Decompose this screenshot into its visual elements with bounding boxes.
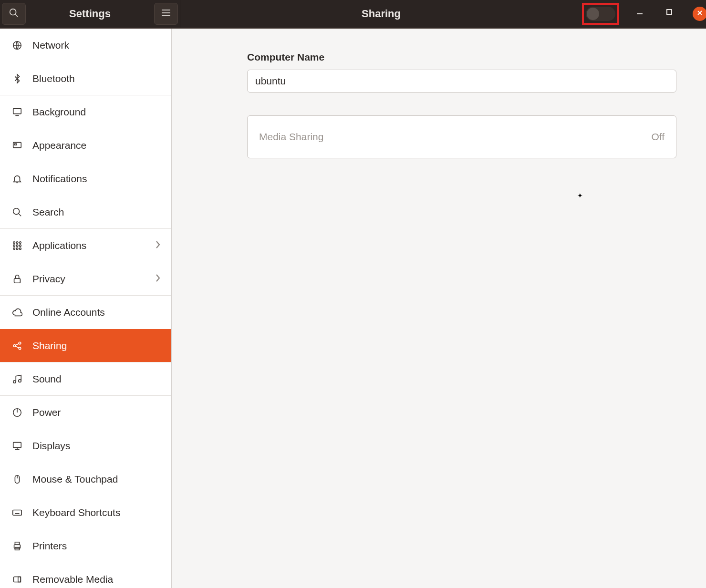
search-icon (10, 207, 24, 217)
svg-point-22 (20, 245, 21, 247)
svg-point-17 (13, 242, 15, 244)
sidebar-item-label: Sharing (32, 340, 161, 351)
sidebar-item-background[interactable]: Background (0, 95, 171, 129)
sidebar-item-notifications[interactable]: Notifications (0, 162, 171, 196)
removable-icon (10, 574, 24, 585)
sidebar-item-applications[interactable]: Applications (0, 229, 171, 262)
svg-point-20 (13, 245, 15, 247)
sidebar-item-displays[interactable]: Displays (0, 429, 171, 463)
sidebar-item-label: Notifications (32, 173, 161, 185)
svg-rect-49 (15, 547, 19, 550)
maximize-icon (666, 9, 673, 17)
mouse-icon (10, 474, 24, 485)
menu-button[interactable] (154, 3, 178, 25)
svg-rect-10 (13, 109, 21, 114)
svg-point-23 (13, 248, 15, 250)
sidebar-item-label: Background (32, 106, 161, 118)
main-panel: Computer Name Media SharingOff (172, 29, 706, 588)
computer-name-input[interactable] (247, 70, 676, 93)
sidebar-item-sound[interactable]: Sound (0, 362, 171, 396)
sidebar-item-appearance[interactable]: Appearance (0, 129, 171, 162)
page-title: Sharing (180, 8, 582, 20)
svg-line-16 (19, 214, 21, 217)
svg-point-21 (16, 245, 18, 247)
svg-point-24 (16, 248, 18, 250)
grid-icon (10, 240, 24, 251)
sidebar-item-label: Applications (32, 240, 155, 251)
svg-point-0 (10, 9, 16, 15)
sidebar-item-label: Mouse & Touchpad (32, 474, 161, 485)
lock-icon (10, 274, 24, 284)
computer-name-label: Computer Name (201, 52, 676, 63)
titlebar-left: Settings (0, 0, 180, 28)
sidebar-item-label: Search (32, 206, 161, 218)
printer-icon (10, 541, 24, 551)
app-title: Settings (26, 8, 154, 20)
sidebar-item-label: Online Accounts (32, 307, 161, 318)
window-controls (633, 7, 702, 21)
svg-point-15 (13, 208, 20, 215)
sidebar-item-label: Printers (32, 540, 161, 552)
sidebar-item-label: Removable Media (32, 574, 161, 585)
sidebar-item-label: Displays (32, 440, 161, 452)
sidebar-item-label: Power (32, 407, 161, 418)
sharing-services-list: Media SharingOff (247, 115, 676, 158)
sidebar-item-label: Bluetooth (32, 73, 161, 84)
bluetooth-icon (10, 73, 24, 84)
sidebar-item-keyboard-shortcuts[interactable]: Keyboard Shortcuts (0, 496, 171, 529)
svg-rect-13 (15, 144, 17, 145)
sidebar-item-printers[interactable]: Printers (0, 529, 171, 563)
display-icon (10, 441, 24, 451)
music-icon (10, 374, 24, 384)
sharing-row-label: Media Sharing (259, 131, 651, 143)
sharing-toggle-highlight (582, 3, 619, 25)
appearance-icon (10, 140, 24, 151)
sidebar-item-label: Keyboard Shortcuts (32, 507, 161, 518)
sidebar-item-power[interactable]: Power (0, 396, 171, 429)
sharing-row-media-sharing[interactable]: Media SharingOff (248, 116, 676, 158)
svg-rect-36 (13, 443, 21, 448)
sidebar-item-network[interactable]: Network (0, 29, 171, 62)
svg-line-30 (15, 343, 19, 345)
monitor-icon (10, 107, 24, 117)
minimize-icon (636, 9, 643, 17)
sidebar-item-search[interactable]: Search (0, 196, 171, 229)
sidebar-item-label: Network (32, 40, 161, 51)
sidebar[interactable]: NetworkBluetoothBackgroundAppearanceNoti… (0, 29, 172, 588)
power-icon (10, 407, 24, 418)
sidebar-item-label: Sound (32, 373, 161, 385)
svg-rect-50 (14, 577, 21, 582)
sidebar-item-label: Appearance (32, 140, 161, 151)
svg-point-32 (13, 381, 16, 383)
minimize-button[interactable] (633, 7, 646, 19)
cloud-icon (10, 307, 24, 318)
close-icon (696, 10, 703, 18)
titlebar-right: Sharing (180, 0, 706, 28)
menu-icon (161, 9, 171, 19)
svg-rect-26 (14, 279, 21, 283)
globe-icon (10, 40, 24, 51)
sidebar-item-removable-media[interactable]: Removable Media (0, 563, 171, 588)
sidebar-item-mouse-touchpad[interactable]: Mouse & Touchpad (0, 463, 171, 496)
chevron-right-icon (155, 240, 161, 251)
close-button[interactable] (693, 7, 706, 21)
svg-point-33 (19, 380, 21, 382)
svg-rect-6 (667, 10, 672, 14)
toggle-knob (587, 8, 599, 20)
sidebar-item-privacy[interactable]: Privacy (0, 262, 171, 296)
search-button[interactable] (2, 3, 26, 25)
titlebar: Settings Sharing (0, 0, 706, 29)
svg-rect-48 (15, 542, 19, 545)
search-icon (9, 8, 19, 20)
sidebar-item-sharing[interactable]: Sharing (0, 329, 171, 362)
sharing-master-toggle[interactable] (586, 7, 615, 21)
sidebar-item-bluetooth[interactable]: Bluetooth (0, 62, 171, 95)
share-icon (10, 340, 24, 351)
svg-rect-51 (18, 577, 21, 582)
svg-line-31 (15, 346, 19, 348)
keyboard-icon (10, 507, 24, 518)
maximize-button[interactable] (663, 7, 675, 19)
svg-point-25 (20, 248, 21, 250)
svg-point-18 (16, 242, 18, 244)
sidebar-item-online-accounts[interactable]: Online Accounts (0, 296, 171, 329)
